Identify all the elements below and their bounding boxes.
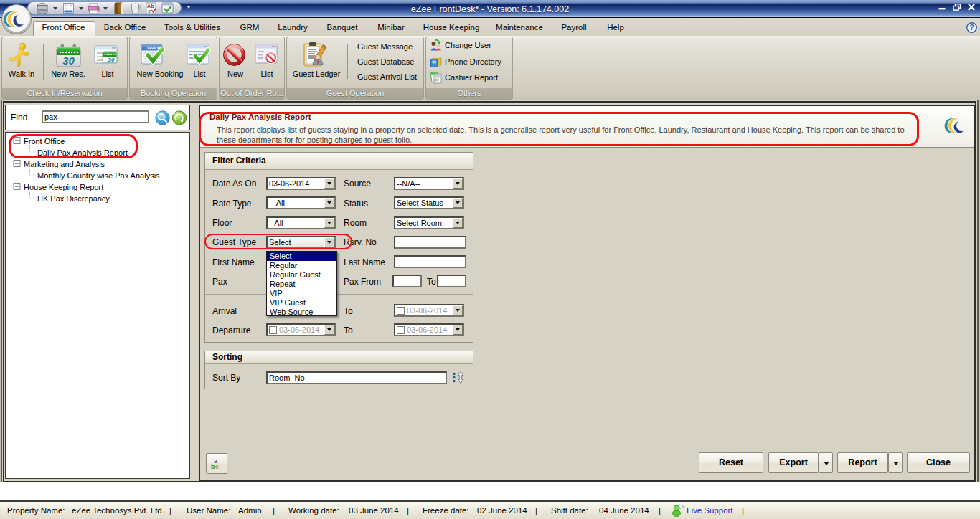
svg-text:30: 30 — [108, 57, 115, 63]
svg-text:APRIL: APRIL — [147, 47, 157, 50]
svg-text:30: 30 — [62, 54, 75, 67]
svg-text:c: c — [215, 463, 219, 470]
svg-text:?: ? — [969, 24, 974, 32]
svg-text:b: b — [151, 4, 154, 9]
svg-text:c: c — [148, 9, 151, 14]
